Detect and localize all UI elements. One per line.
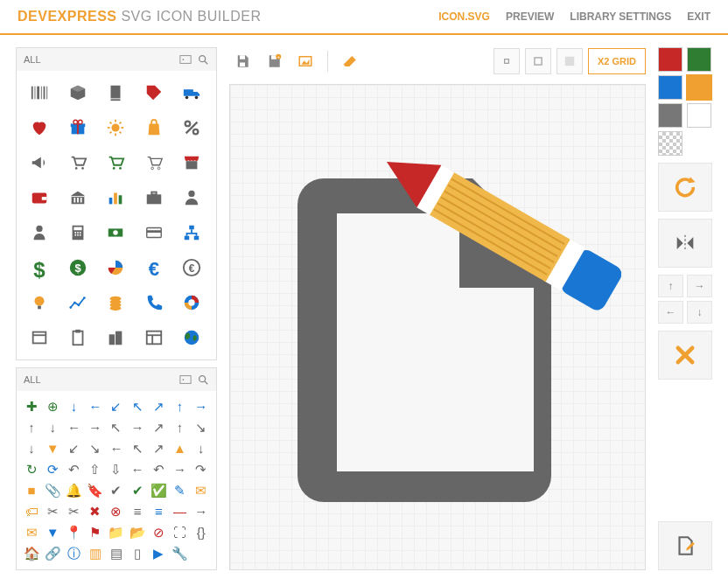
arrow-r4-icon[interactable]: → xyxy=(192,501,211,520)
arrow-dr2-g[interactable]: ↘ xyxy=(86,438,105,457)
arrow-ur2-g[interactable]: ↗ xyxy=(149,438,168,457)
search-icon[interactable] xyxy=(197,53,209,66)
zoom-medium-icon[interactable] xyxy=(525,48,551,74)
arrow-down2-g[interactable]: ↓ xyxy=(22,438,41,457)
color-red[interactable] xyxy=(658,47,682,72)
barcode-icon[interactable] xyxy=(22,76,57,109)
donut-chart-icon[interactable] xyxy=(174,286,209,319)
arrow-left2-g[interactable]: ← xyxy=(107,438,126,457)
percent-icon[interactable] xyxy=(174,111,209,144)
arrow-right-icon[interactable]: → xyxy=(192,396,211,415)
mail2-icon[interactable]: ✉ xyxy=(22,522,41,541)
delete-button[interactable] xyxy=(658,331,712,380)
nudge-down[interactable]: ↓ xyxy=(687,301,712,324)
arrow-right3-g[interactable]: → xyxy=(171,459,190,478)
nudge-left[interactable]: ← xyxy=(658,301,683,324)
minus-icon[interactable]: — xyxy=(171,501,190,520)
undo-icon[interactable]: ↶ xyxy=(64,459,83,478)
link-icon[interactable]: 🔗 xyxy=(43,543,62,562)
expand-icon[interactable]: ⛶ xyxy=(171,522,190,541)
arrow-up-icon[interactable]: ↑ xyxy=(171,396,190,415)
search-icon[interactable] xyxy=(197,373,209,386)
truck-icon[interactable] xyxy=(174,76,209,109)
arrow-left3-g[interactable]: ← xyxy=(128,459,147,478)
zoom-fit-icon[interactable] xyxy=(556,48,583,74)
shopping-bag-icon[interactable] xyxy=(136,111,172,144)
download-icon[interactable]: ⇩ xyxy=(107,459,126,478)
zoom-small-icon[interactable] xyxy=(494,48,520,74)
redo-g[interactable]: ↷ xyxy=(192,459,211,478)
braces-icon[interactable]: {} xyxy=(192,522,211,541)
folder2-icon[interactable]: 📂 xyxy=(128,522,147,541)
nav-icon-svg[interactable]: ICON.SVG xyxy=(438,10,490,23)
arrow-ul2-g[interactable]: ↖ xyxy=(128,438,147,457)
color-blue[interactable] xyxy=(658,75,682,100)
credit-card-icon[interactable] xyxy=(136,216,172,249)
cart-green-icon[interactable] xyxy=(98,146,133,179)
filter-icon[interactable]: ▼ xyxy=(43,522,62,541)
list-icon[interactable]: ≡ xyxy=(128,501,147,520)
coins-icon[interactable] xyxy=(98,286,133,319)
arrow-dr-g[interactable]: ↘ xyxy=(192,417,211,436)
scissors2-icon[interactable]: ✂ xyxy=(64,501,83,520)
briefcase-icon[interactable] xyxy=(136,181,172,214)
wrench-icon[interactable]: 🔧 xyxy=(171,543,190,562)
arrow-left-g[interactable]: ← xyxy=(64,417,83,436)
check-green-icon[interactable]: ✔ xyxy=(128,480,147,499)
check-icon[interactable]: ✔ xyxy=(107,480,126,499)
plus-icon[interactable]: ✚ xyxy=(22,396,41,415)
color-gray[interactable] xyxy=(658,103,682,128)
plus-circle-icon[interactable]: ⊕ xyxy=(43,396,62,415)
arrow-down2b-g[interactable]: ↓ xyxy=(192,438,211,457)
window-icon[interactable] xyxy=(22,321,57,354)
mail-icon[interactable]: ✉ xyxy=(192,480,211,499)
nudge-up[interactable]: ↑ xyxy=(658,275,683,297)
color-white[interactable] xyxy=(687,103,711,128)
arrow-dl-g[interactable]: ↙ xyxy=(64,438,83,457)
list-blue-icon[interactable]: ≡ xyxy=(149,501,168,520)
options-icon[interactable] xyxy=(179,53,192,66)
heart-icon[interactable] xyxy=(22,111,57,144)
color-transparent[interactable] xyxy=(658,131,682,156)
x-red-icon[interactable]: ✖ xyxy=(86,501,105,520)
canvas[interactable] xyxy=(229,84,646,570)
gift-icon[interactable] xyxy=(60,111,95,144)
attach-icon[interactable]: 📎 xyxy=(43,480,62,499)
refresh-icon[interactable]: ⟳ xyxy=(43,459,62,478)
edit-document-button[interactable] xyxy=(658,521,712,570)
pie-chart-icon[interactable] xyxy=(98,251,133,284)
building-icon[interactable] xyxy=(60,181,95,214)
redo-icon[interactable]: ↻ xyxy=(22,459,41,478)
nav-exit[interactable]: EXIT xyxy=(687,10,710,23)
sun-icon[interactable] xyxy=(98,111,133,144)
arrow-up2-g[interactable]: ↑ xyxy=(171,417,190,436)
check-circle-icon[interactable]: ✅ xyxy=(149,480,168,499)
arrow-right-g[interactable]: → xyxy=(86,417,105,436)
nav-preview[interactable]: PREVIEW xyxy=(506,10,554,23)
tag-icon[interactable] xyxy=(136,76,172,109)
triangle-up-icon[interactable]: ▲ xyxy=(171,438,190,457)
color-yellow[interactable] xyxy=(687,75,711,100)
flag-icon[interactable]: ⚑ xyxy=(86,522,105,541)
tag-y-icon[interactable]: 🏷 xyxy=(22,501,41,520)
play-blue-icon[interactable]: ▶ xyxy=(149,543,168,562)
home-icon[interactable]: 🏠 xyxy=(22,543,41,562)
pencil-icon[interactable]: ✎ xyxy=(171,480,190,499)
clipboard-icon[interactable] xyxy=(60,321,95,354)
doc-yellow-icon[interactable]: ▥ xyxy=(86,543,105,562)
globe-icon[interactable] xyxy=(174,321,209,354)
eraser-icon[interactable] xyxy=(337,48,363,74)
phone-icon[interactable] xyxy=(136,286,172,319)
arrow-ur-icon[interactable]: ↗ xyxy=(149,396,168,415)
server-icon[interactable] xyxy=(98,76,133,109)
rotate-button[interactable] xyxy=(658,163,712,212)
save-plus-icon[interactable]: + xyxy=(261,48,287,74)
cart-icon[interactable] xyxy=(60,146,95,179)
ban-icon[interactable]: ⊘ xyxy=(149,522,168,541)
euro-icon[interactable]: € xyxy=(136,251,172,284)
arrow-down-g[interactable]: ↓ xyxy=(43,417,62,436)
trend-icon[interactable] xyxy=(60,286,95,319)
cart-outline-icon[interactable] xyxy=(136,146,172,179)
bar-chart-icon[interactable] xyxy=(98,181,133,214)
cash-icon[interactable] xyxy=(98,216,133,249)
